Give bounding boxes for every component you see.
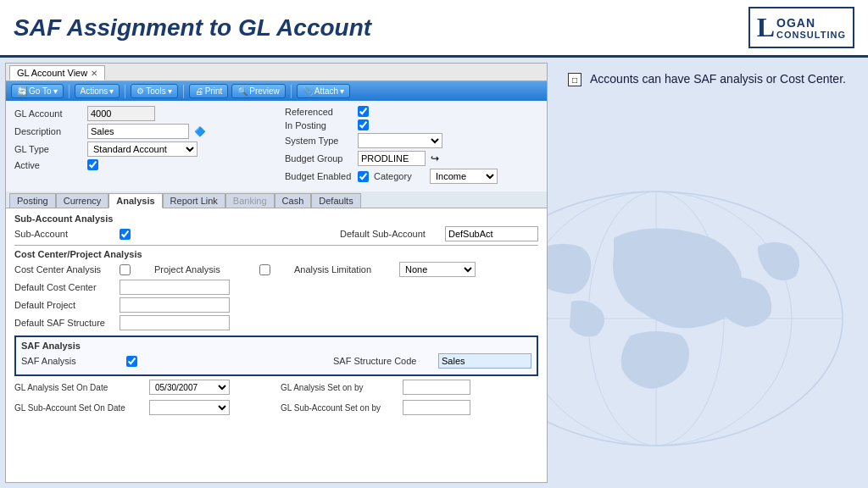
referenced-checkbox[interactable] [358,106,369,117]
bottom-rows: GL Analysis Set On Date 05/30/2007 GL An… [14,380,538,418]
default-sub-account-label: Default Sub-Account [340,229,442,239]
tab-report-link[interactable]: Report Link [163,193,225,208]
referenced-label: Referenced [285,107,353,117]
active-checkbox[interactable] [87,159,98,170]
default-cost-center-input[interactable] [120,280,230,295]
goto-icon: 🔄 [17,86,27,96]
sub-account-label: Sub-Account [14,229,116,239]
default-project-label: Default Project [14,300,116,310]
in-posting-label: In Posting [285,120,353,130]
tab-bar: GL Account View ✕ [6,64,547,81]
tab-currency[interactable]: Currency [56,193,109,208]
gl-analysis-set-on-by-label: GL Analysis Set on by [281,383,399,392]
analysis-form: Sub-Account Analysis Sub-Account Default… [6,208,547,423]
cost-center-analysis-label: Cost Center Analysis [14,264,116,274]
default-sub-account-input[interactable] [445,226,538,241]
description-icon: 🔷 [194,126,206,137]
analysis-limitation-label: Analysis Limitation [294,264,396,274]
category-select[interactable]: Income [430,169,498,184]
preview-icon: 🔍 [237,86,248,96]
category-label: Category [374,171,425,181]
header: SAF Assignment to GL Account L OGAN CONS… [0,0,868,58]
tab-close-icon[interactable]: ✕ [91,69,97,78]
gl-sub-account-set-on-by-label: GL Sub-Account Set on by [281,403,399,413]
budget-group-label: Budget Group [285,153,353,164]
gl-type-select[interactable]: Standard Account [87,141,198,157]
logo: L OGAN CONSULTING [748,7,854,48]
gl-account-view-tab[interactable]: GL Account View ✕ [9,65,105,80]
saf-section-title: SAF Analysis [21,341,531,351]
attach-icon: 📎 [303,86,313,96]
system-type-select[interactable] [358,133,442,148]
gl-sub-account-set-on-date-label: GL Sub-Account Set On Date [14,403,146,413]
saf-analysis-checkbox[interactable] [126,356,137,367]
description-input[interactable] [87,124,189,139]
print-icon: 🖨 [195,86,203,96]
tab-posting[interactable]: Posting [9,193,56,208]
content-tabs: Posting Currency Analysis Report Link Ba… [6,191,547,208]
default-project-input[interactable] [120,297,230,313]
system-type-label: System Type [285,136,353,146]
tab-banking: Banking [225,193,275,208]
saf-section: SAF Analysis SAF Analysis SAF Structure … [14,336,538,376]
goto-dropdown-icon: ▾ [53,86,58,96]
gl-sub-account-set-on-date-select[interactable] [149,400,230,415]
in-posting-checkbox[interactable] [358,119,369,130]
default-saf-label: Default SAF Structure [14,318,116,328]
actions-button[interactable]: Actions ▾ [75,84,120,98]
separator3 [183,85,184,98]
gl-sub-account-set-on-by-input[interactable] [403,400,470,415]
tab-cash[interactable]: Cash [275,193,312,208]
cost-center-section-label: Cost Center/Project Analysis [14,249,538,259]
goto-button[interactable]: 🔄 Go To ▾ [11,84,64,98]
project-analysis-label: Project Analysis [154,264,256,274]
gl-account-label: GL Account [14,108,82,119]
tools-icon: ⚙ [136,86,144,96]
logo-ogan: OGAN [776,16,846,30]
default-saf-input[interactable] [120,315,230,330]
gl-account-input[interactable] [87,106,155,121]
project-analysis-checkbox[interactable] [259,264,270,275]
sub-account-section-label: Sub-Account Analysis [14,214,538,224]
gl-analysis-set-on-date-label: GL Analysis Set On Date [14,383,146,392]
preview-button[interactable]: 🔍 Preview [231,84,286,98]
page-title: SAF Assignment to GL Account [14,14,371,42]
separator2 [125,85,125,98]
top-form: GL Account Description 🔷 GL Type Standar… [6,101,547,191]
analysis-limitation-select[interactable]: None [399,262,476,277]
tools-dropdown-icon: ▾ [168,86,172,96]
print-button[interactable]: 🖨 Print [189,84,229,98]
main-content: GL Account View ✕ 🔄 Go To ▾ Actions ▾ [0,58,868,488]
actions-dropdown-icon: ▾ [109,86,114,96]
checkbox-inner: □ [572,75,577,85]
right-panel: □ Accounts can have SAF analysis or Cost… [554,63,863,483]
logo-box: L OGAN CONSULTING [748,7,854,48]
logo-text: OGAN CONSULTING [776,16,846,40]
budget-enabled-label: Budget Enabled [285,171,353,181]
description-label: Description [14,126,82,136]
default-cost-center-label: Default Cost Center [14,282,116,292]
tab-defaults[interactable]: Defaults [311,193,360,208]
toolbar: 🔄 Go To ▾ Actions ▾ ⚙ Tools ▾ 🖨 [6,81,547,101]
saf-structure-code-label: SAF Structure Code [333,356,435,366]
logo-consulting: CONSULTING [776,30,846,40]
separator1 [69,85,70,98]
budget-enabled-checkbox[interactable] [358,171,369,182]
logo-letter: L [757,12,775,43]
saf-structure-code-input[interactable] [438,353,531,369]
gl-analysis-set-on-by-input[interactable] [403,380,470,395]
tab-analysis[interactable]: Analysis [108,193,162,208]
tools-button[interactable]: ⚙ Tools ▾ [131,84,177,98]
budget-group-input[interactable] [358,151,426,166]
budget-group-icon: ↪ [431,152,439,164]
bullet-checkbox-1: □ [568,73,581,86]
attach-button[interactable]: 📎 Attach ▾ [297,84,350,98]
separator4 [291,85,292,98]
active-label: Active [14,160,82,170]
sub-account-checkbox[interactable] [120,229,131,240]
gl-analysis-set-on-date-select[interactable]: 05/30/2007 [149,380,230,395]
bullet-item-1: □ Accounts can have SAF analysis or Cost… [568,71,849,88]
tab-label: GL Account View [17,68,87,78]
saf-analysis-label: SAF Analysis [21,356,123,366]
cost-center-analysis-checkbox[interactable] [120,264,131,275]
